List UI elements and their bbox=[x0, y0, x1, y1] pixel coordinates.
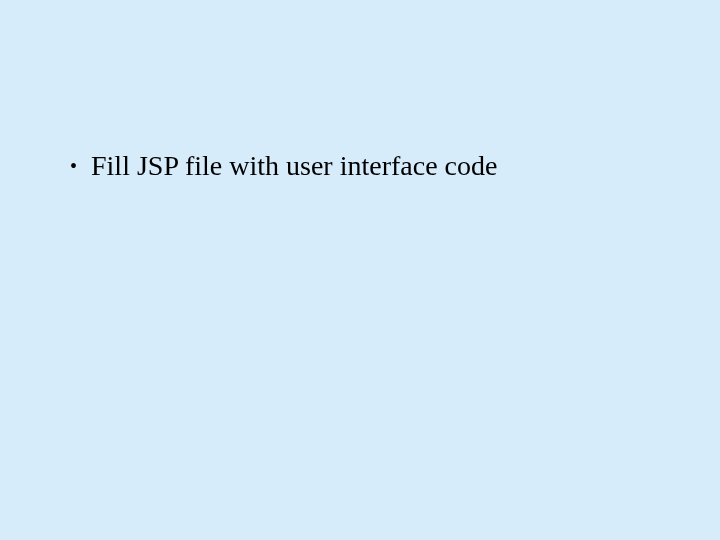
list-item: • Fill JSP file with user interface code bbox=[70, 148, 497, 184]
bullet-text: Fill JSP file with user interface code bbox=[91, 148, 497, 184]
slide: • Fill JSP file with user interface code bbox=[0, 0, 720, 540]
bullet-marker: • bbox=[70, 148, 77, 184]
bullet-list: • Fill JSP file with user interface code bbox=[70, 148, 497, 184]
